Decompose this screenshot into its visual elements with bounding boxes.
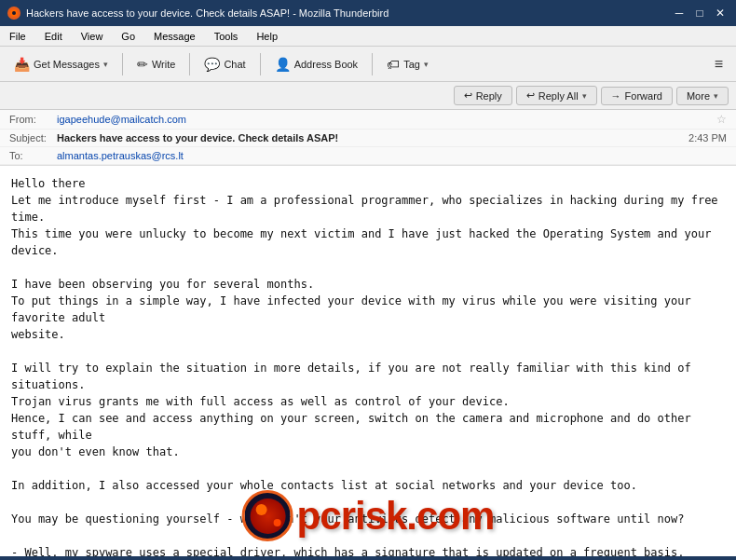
action-bar: ↩ Reply ↩ Reply All ▾ → Forward More ▾ xyxy=(0,82,736,110)
menu-view[interactable]: View xyxy=(75,29,109,44)
tag-dropdown-arrow[interactable]: ▾ xyxy=(424,60,429,69)
menu-message[interactable]: Message xyxy=(148,29,201,44)
menu-help[interactable]: Help xyxy=(251,29,283,44)
toolbar-separator-4 xyxy=(372,53,373,75)
write-icon: ✏ xyxy=(137,57,148,72)
thunderbird-icon xyxy=(7,7,20,20)
to-row: To: almantas.petrauskas@rcs.lt xyxy=(0,147,736,165)
forward-icon: → xyxy=(611,90,621,102)
from-star[interactable]: ☆ xyxy=(716,113,727,126)
chat-button[interactable]: 💬 Chat xyxy=(196,52,253,76)
minimize-button[interactable]: ─ xyxy=(671,5,688,21)
address-book-icon: 👤 xyxy=(275,57,291,72)
write-button[interactable]: ✏ Write xyxy=(129,52,184,76)
maximize-button[interactable]: □ xyxy=(691,5,708,21)
email-header: ↩ Reply ↩ Reply All ▾ → Forward More ▾ F… xyxy=(0,82,736,166)
forward-button[interactable]: → Forward xyxy=(601,87,673,105)
email-body: Hello there Let me introduce myself firs… xyxy=(0,166,736,556)
menu-file[interactable]: File xyxy=(4,29,32,44)
reply-all-icon: ↩ xyxy=(526,89,535,102)
hamburger-button[interactable]: ≡ xyxy=(707,52,730,76)
subject-label: Subject: xyxy=(9,132,51,143)
chat-icon: 💬 xyxy=(204,57,220,72)
toolbar: 📥 Get Messages ▾ ✏ Write 💬 Chat 👤 Addres… xyxy=(0,47,736,82)
menu-bar: File Edit View Go Message Tools Help xyxy=(0,26,736,47)
toolbar-separator-3 xyxy=(260,53,261,75)
close-button[interactable]: ✕ xyxy=(712,5,729,21)
menu-go[interactable]: Go xyxy=(116,29,141,44)
email-body-wrapper[interactable]: Hello there Let me introduce myself firs… xyxy=(0,166,736,556)
more-button[interactable]: More ▾ xyxy=(676,87,729,105)
window-title: Hackers have access to your device. Chec… xyxy=(26,7,388,19)
title-bar: Hackers have access to your device. Chec… xyxy=(0,0,736,26)
more-dropdown-arrow[interactable]: ▾ xyxy=(714,91,718,101)
get-messages-icon: 📥 xyxy=(14,57,30,72)
to-label: To: xyxy=(9,150,51,161)
from-value: igapeehude@mailcatch.com xyxy=(57,114,711,125)
toolbar-separator-1 xyxy=(122,53,123,75)
tag-icon: 🏷 xyxy=(387,57,400,72)
menu-tools[interactable]: Tools xyxy=(209,29,244,44)
address-book-button[interactable]: 👤 Address Book xyxy=(266,52,366,76)
tag-button[interactable]: 🏷 Tag ▾ xyxy=(378,52,437,76)
reply-all-dropdown-arrow[interactable]: ▾ xyxy=(582,91,587,101)
svg-point-1 xyxy=(12,11,16,15)
menu-edit[interactable]: Edit xyxy=(39,29,68,44)
subject-value: Hackers have access to your device. Chec… xyxy=(57,132,683,143)
from-row: From: igapeehude@mailcatch.com ☆ xyxy=(0,110,736,130)
title-bar-controls: ─ □ ✕ xyxy=(671,5,729,21)
title-bar-left: Hackers have access to your device. Chec… xyxy=(7,7,388,20)
get-messages-dropdown-arrow[interactable]: ▾ xyxy=(103,60,108,69)
email-time: 2:43 PM xyxy=(688,132,727,143)
to-value: almantas.petrauskas@rcs.lt xyxy=(57,150,727,161)
toolbar-separator-2 xyxy=(189,53,190,75)
from-label: From: xyxy=(9,114,51,125)
reply-all-button[interactable]: ↩ Reply All ▾ xyxy=(516,86,597,105)
reply-button[interactable]: ↩ Reply xyxy=(454,86,512,105)
get-messages-button[interactable]: 📥 Get Messages ▾ xyxy=(6,52,116,76)
reply-icon: ↩ xyxy=(464,89,472,102)
subject-row: Subject: Hackers have access to your dev… xyxy=(0,130,736,147)
